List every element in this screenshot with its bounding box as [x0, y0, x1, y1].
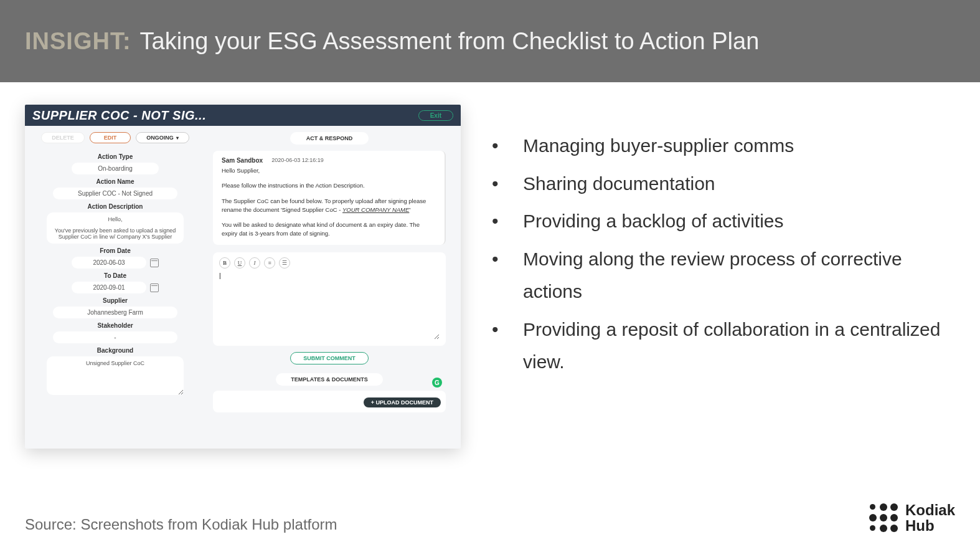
- kodiak-logo: Kodiak Hub: [869, 502, 955, 533]
- message-block: Sam Sandbox 2020-06-03 12:16:19 Hello Su…: [213, 151, 446, 245]
- from-date-value[interactable]: 2020-06-03: [72, 257, 146, 269]
- logo-dots-icon: [869, 503, 898, 532]
- to-date-value[interactable]: 2020-09-01: [72, 282, 146, 293]
- bullet-list: Managing buyer-supplier comms Sharing do…: [486, 130, 955, 379]
- logo-text: Kodiak Hub: [905, 502, 955, 533]
- screenshot-column: SUPPLIER COC - NOT SIG... Exit DELETE ED…: [25, 105, 461, 449]
- stakeholder-label: Stakeholder: [97, 322, 133, 329]
- msg-line-4: You will be asked to designate what kind…: [222, 221, 436, 239]
- cursor: |: [219, 272, 221, 279]
- ongoing-dropdown[interactable]: ONGOING ▾: [136, 132, 189, 143]
- supplier-value[interactable]: Johannesberg Farm: [53, 307, 177, 318]
- grammarly-icon[interactable]: G: [432, 378, 442, 388]
- to-date-label: To Date: [104, 272, 126, 279]
- from-date-row: 2020-06-03: [72, 257, 159, 269]
- bullet-item: Providing a reposit of collaboration in …: [523, 313, 955, 379]
- msg-line-3c: ': [409, 206, 410, 213]
- submit-comment-button[interactable]: SUBMIT COMMENT: [290, 352, 369, 364]
- desc-line-2: You've previously been asked to upload a…: [53, 227, 177, 240]
- upload-row: + UPLOAD DOCUMENT: [213, 391, 446, 412]
- msg-line-2: Please follow the instructions in the Ac…: [222, 181, 436, 190]
- delete-button[interactable]: DELETE: [41, 132, 85, 143]
- bold-icon[interactable]: B: [219, 257, 230, 269]
- ordered-list-icon[interactable]: ☰: [279, 257, 290, 269]
- background-value: Unsigned Supplier CoC: [86, 360, 144, 366]
- to-date-row: 2020-09-01: [72, 282, 159, 293]
- bullet-item: Managing buyer-supplier comms: [523, 130, 955, 163]
- msg-line-1: Hello Supplier,: [222, 166, 436, 175]
- templates-documents-tab[interactable]: TEMPLATES & DOCUMENTS: [276, 373, 382, 386]
- window-title: SUPPLIER COC - NOT SIG...: [32, 108, 206, 123]
- insight-label: INSIGHT:: [25, 28, 131, 55]
- footer: Source: Screenshots from Kodiak Hub plat…: [25, 502, 955, 533]
- logo-line-1: Kodiak: [905, 502, 955, 518]
- action-type-value[interactable]: On-boarding: [72, 163, 159, 174]
- upload-document-button[interactable]: + UPLOAD DOCUMENT: [364, 397, 441, 407]
- action-name-label: Action Name: [96, 178, 134, 185]
- form-panel: DELETE EDIT ONGOING ▾ Action Type On-boa…: [25, 126, 205, 449]
- bullet-item: Providing a backlog of activities: [523, 205, 955, 238]
- logo-line-2: Hub: [905, 518, 955, 533]
- bullet-item: Moving along the review process of corre…: [523, 243, 955, 308]
- ongoing-label: ONGOING: [146, 135, 174, 141]
- bullets-column: Managing buyer-supplier comms Sharing do…: [486, 105, 955, 449]
- msg-line-3b: YOUR COMPANY NAME: [342, 206, 409, 213]
- msg-line-3: The Supplier CoC can be found below. To …: [222, 197, 436, 215]
- act-respond-tab[interactable]: ACT & RESPOND: [290, 132, 369, 145]
- message-header: Sam Sandbox 2020-06-03 12:16:19: [222, 157, 436, 164]
- action-name-value[interactable]: Supplier COC - Not Signed: [53, 188, 177, 199]
- from-date-label: From Date: [100, 247, 130, 254]
- action-description-box[interactable]: Hello, You've previously been asked to u…: [47, 212, 184, 244]
- message-author: Sam Sandbox: [222, 157, 263, 164]
- comment-editor: B U I ≡ ☰ |: [213, 252, 446, 346]
- bullet-list-icon[interactable]: ≡: [264, 257, 275, 269]
- chevron-down-icon: ▾: [176, 135, 179, 141]
- action-description-label: Action Description: [88, 203, 143, 210]
- edit-button[interactable]: EDIT: [90, 132, 131, 143]
- screenshot-body: DELETE EDIT ONGOING ▾ Action Type On-boa…: [25, 126, 461, 449]
- calendar-icon[interactable]: [150, 283, 159, 292]
- background-box[interactable]: Unsigned Supplier CoC: [47, 356, 184, 395]
- stakeholder-value[interactable]: -: [53, 331, 177, 343]
- editor-toolbar: B U I ≡ ☰: [219, 257, 440, 269]
- source-text: Source: Screenshots from Kodiak Hub plat…: [25, 516, 337, 533]
- headline-text: Taking your ESG Assessment from Checklis…: [140, 28, 760, 55]
- message-body: Hello Supplier, Please follow the instru…: [222, 166, 436, 239]
- desc-line-1: Hello,: [53, 216, 177, 222]
- main-content: SUPPLIER COC - NOT SIG... Exit DELETE ED…: [0, 82, 980, 449]
- bullet-item: Sharing documentation: [523, 168, 955, 201]
- background-label: Background: [97, 347, 133, 354]
- screenshot-header: SUPPLIER COC - NOT SIG... Exit: [25, 105, 461, 126]
- action-buttons-row: DELETE EDIT ONGOING ▾: [41, 132, 189, 143]
- activity-panel: ACT & RESPOND Sam Sandbox 2020-06-03 12:…: [205, 126, 461, 449]
- app-screenshot: SUPPLIER COC - NOT SIG... Exit DELETE ED…: [25, 105, 461, 449]
- supplier-label: Supplier: [103, 297, 128, 304]
- exit-button[interactable]: Exit: [418, 110, 453, 121]
- title-bar: INSIGHT: Taking your ESG Assessment from…: [0, 0, 980, 82]
- action-type-label: Action Type: [98, 153, 133, 160]
- comment-textarea[interactable]: |: [219, 272, 440, 340]
- message-timestamp: 2020-06-03 12:16:19: [271, 157, 324, 164]
- italic-icon[interactable]: I: [249, 257, 260, 269]
- calendar-icon[interactable]: [150, 259, 159, 267]
- underline-icon[interactable]: U: [234, 257, 245, 269]
